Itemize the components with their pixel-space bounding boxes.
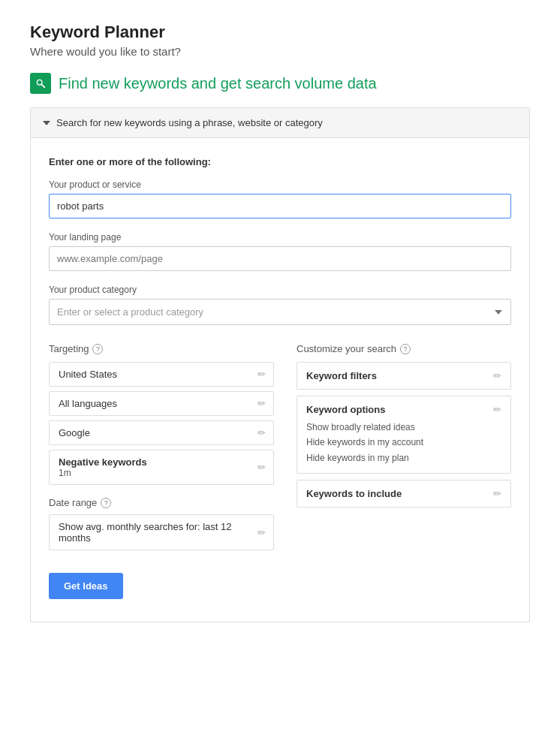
landing-input[interactable] [49,246,511,271]
customize-card-keyword-options[interactable]: Keyword options ✏ Show broadly related i… [297,396,511,474]
page-subtitle: Where would you like to start? [30,45,530,58]
date-range-help-icon[interactable]: ? [101,498,111,508]
customize-card-filters-edit-icon[interactable]: ✏ [493,370,501,381]
customize-card-include-edit-icon[interactable]: ✏ [493,488,501,499]
customize-label: Customize your search ? [297,343,511,354]
section-title: Find new keywords and get search volume … [59,75,377,92]
collapse-icon [43,121,50,125]
targeting-item-negative-keywords[interactable]: Negative keywords 1m ✏ [49,450,274,485]
targeting-help-icon[interactable]: ? [92,344,103,354]
targeting-label-text: Targeting [49,343,89,354]
date-range-label-text: Date range [49,497,97,508]
two-col-section: Targeting ? United States ✏ All language… [49,343,511,555]
targeting-negative-content: Negative keywords 1m [59,456,147,478]
category-select[interactable]: Enter or select a product category [49,299,511,325]
category-select-wrapper: Enter or select a product category [49,299,511,325]
targeting-item-network[interactable]: Google ✏ [49,420,274,445]
landing-field-group: Your landing page [49,232,511,271]
date-range-label: Date range ? [49,497,274,508]
card-header-text: Search for new keywords using a phrase, … [56,117,323,128]
search-icon-box [30,73,51,94]
targeting-network-edit-icon[interactable]: ✏ [257,427,266,438]
targeting-negative-title: Negative keywords [59,456,147,468]
page-title: Keyword Planner [30,23,530,42]
targeting-column: Targeting ? United States ✏ All language… [49,343,274,555]
product-field-group: Your product or service [49,179,511,218]
keyword-option-1: Show broadly related ideas [306,420,501,435]
customize-card-include-title: Keywords to include [306,488,402,499]
section-header: Find new keywords and get search volume … [30,73,530,94]
search-icon [35,77,47,89]
targeting-country-text: United States [59,369,117,380]
enter-label: Enter one or more of the following: [49,156,511,167]
date-range-text: Show avg. monthly searches for: last 12 … [59,521,257,544]
targeting-network-text: Google [59,427,90,438]
get-ideas-button[interactable]: Get Ideas [49,573,123,599]
targeting-negative-edit-icon[interactable]: ✏ [257,462,266,473]
customize-card-options-header: Keyword options ✏ [306,404,501,415]
date-range-section: Date range ? Show avg. monthly searches … [49,497,274,550]
customize-card-options-edit-icon[interactable]: ✏ [493,404,501,415]
customize-column: Customize your search ? Keyword filters … [297,343,511,555]
category-label: Your product category [49,285,511,295]
category-field-group: Your product category Enter or select a … [49,285,511,325]
targeting-language-edit-icon[interactable]: ✏ [257,398,266,409]
svg-line-1 [41,84,44,87]
targeting-country-edit-icon[interactable]: ✏ [257,369,266,380]
targeting-item-country[interactable]: United States ✏ [49,362,274,387]
customize-card-include-header: Keywords to include ✏ [306,488,501,499]
targeting-language-text: All languages [59,398,117,409]
customize-help-icon[interactable]: ? [400,344,411,354]
customize-label-text: Customize your search [297,343,396,354]
card-body: Enter one or more of the following: Your… [31,138,529,622]
targeting-label: Targeting ? [49,343,274,354]
customize-card-keyword-filters[interactable]: Keyword filters ✏ [297,362,511,390]
customize-card-filters-title: Keyword filters [306,370,377,381]
card-header[interactable]: Search for new keywords using a phrase, … [31,108,529,138]
date-range-item[interactable]: Show avg. monthly searches for: last 12 … [49,514,274,550]
targeting-negative-subtext: 1m [59,468,147,478]
date-range-edit-icon[interactable]: ✏ [257,527,266,538]
keyword-option-3: Hide keywords in my plan [306,450,501,465]
main-card: Search for new keywords using a phrase, … [30,107,530,622]
customize-card-filters-header: Keyword filters ✏ [306,370,501,381]
keyword-option-2: Hide keywords in my account [306,435,501,450]
product-input[interactable] [49,194,511,218]
customize-card-options-list: Show broadly related ideas Hide keywords… [306,420,501,465]
product-label: Your product or service [49,179,511,190]
customize-card-options-title: Keyword options [306,404,385,415]
targeting-item-language[interactable]: All languages ✏ [49,391,274,416]
customize-card-keywords-to-include[interactable]: Keywords to include ✏ [297,480,511,508]
landing-label: Your landing page [49,232,511,242]
